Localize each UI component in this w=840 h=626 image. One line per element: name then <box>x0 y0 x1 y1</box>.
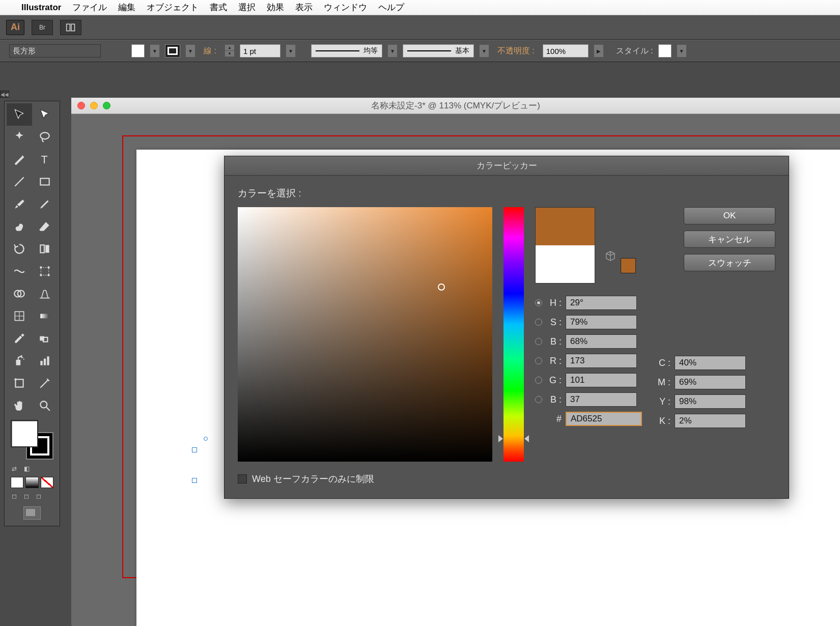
cancel-button[interactable]: キャンセル <box>684 231 775 248</box>
line-tool[interactable] <box>7 170 32 193</box>
paintbrush-tool[interactable] <box>7 193 32 215</box>
window-minimize-icon[interactable] <box>90 102 98 109</box>
r-field[interactable] <box>566 354 637 368</box>
dash-profile[interactable]: 均等 <box>311 44 382 58</box>
hex-field[interactable] <box>566 412 642 426</box>
fill-dropdown[interactable]: ▼ <box>150 44 160 58</box>
menu-select[interactable]: 選択 <box>238 2 256 13</box>
opacity-field[interactable] <box>543 44 589 58</box>
saturation-value-box[interactable] <box>238 207 492 462</box>
g-radio[interactable] <box>535 377 542 384</box>
window-close-icon[interactable] <box>77 102 85 109</box>
artboard-tool[interactable] <box>7 372 32 394</box>
h-radio[interactable] <box>535 299 542 306</box>
menu-app-name[interactable]: Illustrator <box>21 3 61 13</box>
rotate-tool[interactable] <box>7 238 32 260</box>
old-color-swatch[interactable] <box>536 245 595 283</box>
draw-inside-icon[interactable]: ◻ <box>33 491 44 501</box>
out-of-gamut-icon[interactable] <box>604 250 617 262</box>
zoom-tool[interactable] <box>32 394 58 417</box>
eyedropper-tool[interactable] <box>7 327 32 350</box>
perspective-grid-tool[interactable] <box>32 282 58 305</box>
style-dropdown[interactable]: ▼ <box>677 44 687 58</box>
column-graph-tool[interactable] <box>32 350 58 372</box>
menu-type[interactable]: 書式 <box>210 2 227 13</box>
stroke-width-dropdown[interactable]: ▼ <box>286 44 296 58</box>
dash-dropdown[interactable]: ▼ <box>387 44 398 58</box>
hue-slider[interactable] <box>503 207 524 462</box>
c-field[interactable] <box>675 356 746 370</box>
bridge-button[interactable]: Br <box>32 20 53 35</box>
color-mode-solid[interactable] <box>11 477 23 488</box>
menu-view[interactable]: 表示 <box>295 2 313 13</box>
fill-swatch[interactable] <box>131 44 145 58</box>
gamut-corrected-swatch[interactable] <box>621 258 636 273</box>
symbol-sprayer-tool[interactable] <box>7 350 32 372</box>
arrange-docs-button[interactable] <box>60 20 81 35</box>
pen-tool[interactable] <box>7 148 32 170</box>
menu-edit[interactable]: 編集 <box>118 2 135 13</box>
websafe-checkbox[interactable] <box>238 474 247 483</box>
m-field[interactable] <box>675 375 746 389</box>
draw-behind-icon[interactable]: ◻ <box>21 491 32 501</box>
menu-file[interactable]: ファイル <box>72 2 107 13</box>
b-rgb-radio[interactable] <box>535 396 542 403</box>
b-hsb-field[interactable] <box>566 334 637 349</box>
swatches-button[interactable]: スウォッチ <box>684 254 775 271</box>
ai-logo-icon[interactable]: Ai <box>6 20 24 35</box>
mesh-tool[interactable] <box>7 305 32 327</box>
g-field[interactable] <box>566 373 637 387</box>
pencil-tool[interactable] <box>32 193 58 215</box>
brush-profile[interactable]: 基本 <box>403 44 474 58</box>
sv-cursor[interactable] <box>438 283 445 291</box>
stroke-dropdown[interactable]: ▼ <box>185 44 195 58</box>
swap-colors-icon[interactable]: ⇄ <box>9 464 20 474</box>
menu-help[interactable]: ヘルプ <box>378 2 404 13</box>
opacity-dropdown[interactable]: ▶ <box>594 44 604 58</box>
hand-tool[interactable] <box>7 394 32 417</box>
screen-mode-button[interactable] <box>7 502 58 524</box>
brush-dropdown[interactable]: ▼ <box>479 44 489 58</box>
stroke-width-spinner[interactable]: ▲▼ <box>225 44 235 58</box>
menu-effect[interactable]: 効果 <box>267 2 284 13</box>
canvas[interactable]: カラーピッカー カラーを選択 : <box>71 114 840 626</box>
b-rgb-field[interactable] <box>566 392 637 407</box>
panel-collapse-tab[interactable]: ◀◀ <box>0 91 9 98</box>
fill-color-box[interactable] <box>11 420 38 447</box>
reflect-tool[interactable] <box>32 238 58 260</box>
blob-brush-tool[interactable] <box>7 215 32 238</box>
gradient-tool[interactable] <box>32 305 58 327</box>
s-field[interactable] <box>566 315 637 329</box>
slice-tool[interactable] <box>32 372 58 394</box>
type-tool[interactable]: T <box>32 148 58 170</box>
stroke-width-field[interactable] <box>240 44 281 58</box>
k-field[interactable] <box>675 414 746 428</box>
blend-tool[interactable] <box>32 327 58 350</box>
free-transform-tool[interactable] <box>32 260 58 282</box>
default-colors-icon[interactable]: ◧ <box>21 464 32 474</box>
draw-normal-icon[interactable]: ◻ <box>9 491 20 501</box>
magic-wand-tool[interactable] <box>7 126 32 148</box>
window-zoom-icon[interactable] <box>103 102 110 109</box>
lasso-tool[interactable] <box>32 126 58 148</box>
shape-name-field[interactable] <box>9 44 101 58</box>
fill-stroke-colors[interactable] <box>7 417 58 463</box>
r-radio[interactable] <box>535 357 542 364</box>
direct-selection-tool[interactable] <box>32 103 58 126</box>
ok-button[interactable]: OK <box>684 207 775 224</box>
y-field[interactable] <box>675 394 746 409</box>
rectangle-tool[interactable] <box>32 170 58 193</box>
b-hsb-radio[interactable] <box>535 338 542 345</box>
color-mode-none[interactable] <box>41 477 53 488</box>
menu-object[interactable]: オブジェクト <box>147 2 199 13</box>
width-tool[interactable] <box>7 260 32 282</box>
eraser-tool[interactable] <box>32 215 58 238</box>
stroke-swatch[interactable] <box>165 44 180 58</box>
style-swatch[interactable] <box>658 44 671 58</box>
selection-tool[interactable] <box>7 103 32 126</box>
s-radio[interactable] <box>535 319 542 326</box>
shape-builder-tool[interactable] <box>7 282 32 305</box>
h-field[interactable] <box>566 296 637 310</box>
menu-window[interactable]: ウィンドウ <box>324 2 367 13</box>
color-mode-gradient[interactable] <box>25 477 38 488</box>
